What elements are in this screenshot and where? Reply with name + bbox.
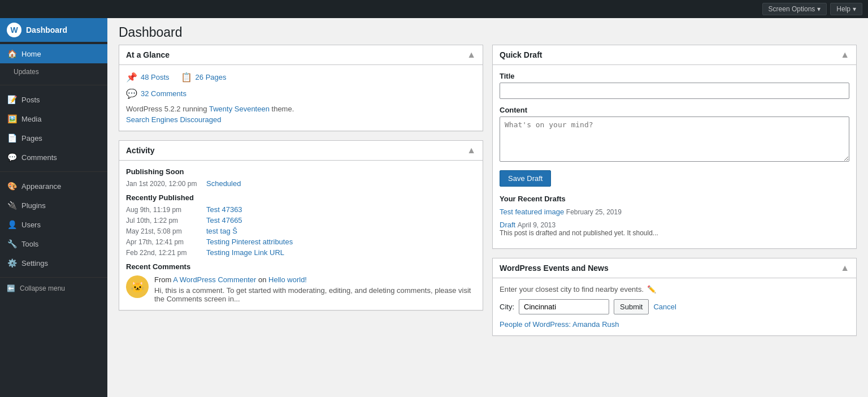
page-header: Dashboard [107,18,868,45]
activity-header[interactable]: Activity ▲ [119,141,483,161]
sidebar-item-settings[interactable]: ⚙️ Settings [0,253,107,273]
sidebar-item-home[interactable]: 🏠 Home [0,44,107,63]
publishing-soon-title: Publishing Soon [126,167,476,176]
recent-comments-section: Recent Comments 🐱 From A WordPress Comme… [126,262,476,303]
sidebar-item-posts-label: Posts [21,96,40,104]
wp-events-toggle-icon: ▲ [840,263,849,273]
sidebar-item-tools[interactable]: 🔧 Tools [0,234,107,253]
cancel-button[interactable]: Cancel [653,303,676,311]
sidebar-item-comments[interactable]: 💬 Comments [0,148,107,167]
pub-date-2: May 21st, 5:08 pm [126,227,199,235]
recent-drafts-section: Your Recent Drafts Test featured image F… [500,195,849,237]
sidebar-item-posts[interactable]: 📝 Posts [0,90,107,109]
theme-link[interactable]: Twenty Seventeen [209,105,270,113]
sidebar-item-appearance[interactable]: 🎨 Appearance [0,176,107,196]
draft-link-0[interactable]: Test featured image [500,208,564,216]
sidebar-item-users[interactable]: 👤 Users [0,215,107,234]
pub-link-1[interactable]: Test 47665 [206,216,242,225]
sidebar-logo[interactable]: W Dashboard [0,18,107,42]
pub-link-0[interactable]: Test 47363 [206,205,242,214]
right-column: Quick Draft ▲ Title Content Save Draft [492,45,857,336]
draft-title-input[interactable] [500,83,849,99]
comment-from: From A WordPress Commenter on Hello worl… [154,275,476,284]
title-label: Title [500,72,849,80]
commenter-link[interactable]: A WordPress Commenter [173,275,256,284]
wp-events-body: Enter your closest city to find nearby e… [493,278,856,335]
people-of-wordpress-link[interactable]: People of WordPress: Amanda Rush [500,320,619,329]
draft-excerpt-1: This post is drafted and not published y… [500,229,849,237]
collapse-menu-label: Collapse menu [20,284,65,292]
users-icon: 👤 [7,219,17,230]
city-label: City: [500,303,514,311]
glance-posts: 📌 48 Posts [126,72,170,83]
sidebar-divider-3 [0,277,107,278]
sidebar-item-settings-label: Settings [21,259,48,267]
pub-link-3[interactable]: Testing Pinterest attributes [206,238,293,246]
pub-date-1: Jul 10th, 1:22 pm [126,217,199,225]
recent-drafts-title: Your Recent Drafts [500,195,849,203]
sidebar-item-media[interactable]: 🖼️ Media [0,109,107,128]
activity-widget: Activity ▲ Publishing Soon Jan 1st 2020,… [119,140,483,310]
activity-row-scheduled: Jan 1st 2020, 12:00 pm Scheduled [126,179,476,188]
wp-events-header[interactable]: WordPress Events and News ▲ [493,258,856,278]
pages-glance-icon: 📋 [181,72,192,83]
comments-icon: 💬 [7,152,17,162]
pub-link-2[interactable]: test tag Š [206,227,237,235]
on-label: on [256,275,268,284]
quick-draft-header[interactable]: Quick Draft ▲ [493,45,856,65]
help-button[interactable]: Help ▾ [830,3,862,15]
sidebar: W Dashboard 🏠 Home Updates 📝 Posts 🖼️ Me… [0,18,107,397]
scheduled-date: Jan 1st 2020, 12:00 pm [126,180,199,188]
screen-options-button[interactable]: Screen Options ▾ [762,3,827,15]
main-content: Dashboard At a Glance ▲ 📌 48 Posts [107,18,868,397]
title-group: Title [500,72,849,99]
posts-count-link[interactable]: 48 Posts [141,73,170,81]
activity-title: Activity [126,146,155,155]
activity-toggle-icon: ▲ [467,145,476,156]
pencil-icon[interactable]: ✏️ [647,285,656,294]
glance-info: WordPress 5.2.2 running Twenty Seventeen… [126,105,476,113]
theme-suffix: theme. [272,105,294,113]
save-draft-button[interactable]: Save Draft [500,170,551,187]
pub-date-3: Apr 17th, 12:41 pm [126,238,199,246]
activity-body: Publishing Soon Jan 1st 2020, 12:00 pm S… [119,161,483,310]
settings-icon: ⚙️ [7,258,17,268]
pub-date-0: Aug 9th, 11:19 pm [126,206,199,214]
quick-draft-body: Title Content Save Draft Your Recent Dra… [493,65,856,248]
sidebar-item-plugins[interactable]: 🔌 Plugins [0,196,107,215]
draft-content-textarea[interactable] [500,116,849,162]
comment-item-0: 🐱 From A WordPress Commenter on Hello wo… [126,275,476,303]
glance-stats: 📌 48 Posts 📋 26 Pages [126,72,476,83]
search-engines-link[interactable]: Search Engines Discouraged [126,115,221,124]
screen-options-label: Screen Options [769,5,815,13]
at-a-glance-header[interactable]: At a Glance ▲ [119,45,483,65]
pages-count-link[interactable]: 26 Pages [196,73,227,81]
events-intro-text: Enter your closest city to find nearby e… [500,285,644,294]
sidebar-item-pages-label: Pages [21,134,42,143]
comment-excerpt: Hi, this is a comment. To get started wi… [154,286,476,303]
sidebar-divider-2 [0,171,107,172]
sidebar-item-pages[interactable]: 📄 Pages [0,128,107,148]
sidebar-item-updates[interactable]: Updates [0,63,107,80]
draft-link-1[interactable]: Draft [500,221,515,229]
sidebar-item-updates-label: Updates [14,68,39,76]
top-bar: Screen Options ▾ Help ▾ [0,0,868,18]
media-icon: 🖼️ [7,114,17,124]
activity-row-4: Feb 22nd, 12:21 pm Testing Image Link UR… [126,248,476,257]
help-label: Help [836,5,850,13]
tools-icon: 🔧 [7,239,17,249]
comment-post-link[interactable]: Hello world! [268,275,307,284]
at-a-glance-body: 📌 48 Posts 📋 26 Pages 💬 32 Comments [119,65,483,131]
glance-comments: 💬 32 Comments [126,88,476,99]
search-engines-notice: Search Engines Discouraged [126,115,476,124]
avatar-emoji: 🐱 [131,280,145,294]
glance-pages: 📋 26 Pages [181,72,227,83]
sidebar-item-plugins-label: Plugins [21,201,46,210]
activity-row-1: Jul 10th, 1:22 pm Test 47665 [126,216,476,225]
submit-button[interactable]: Submit [614,299,649,314]
city-input[interactable] [519,299,609,314]
collapse-menu-item[interactable]: ⬅️ Collapse menu [0,280,107,297]
pub-link-4[interactable]: Testing Image Link URL [206,248,284,257]
scheduled-link[interactable]: Scheduled [206,179,241,188]
comments-count-link[interactable]: 32 Comments [141,89,186,98]
